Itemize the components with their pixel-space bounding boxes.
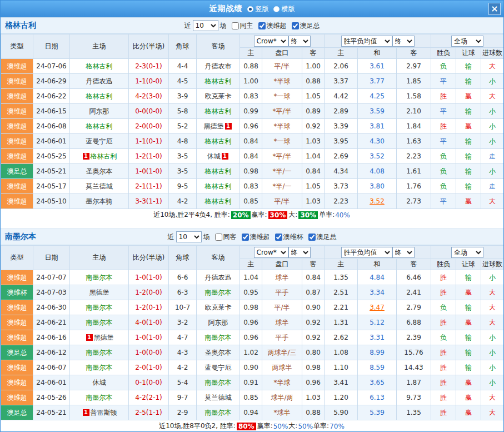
home-team[interactable]: 格林古利	[86, 62, 113, 70]
home-team[interactable]: 蓝曼宁厄	[86, 137, 113, 145]
home-team[interactable]: 南墨尔本	[86, 349, 113, 356]
avg-home-odds: 2.51	[325, 285, 358, 300]
home-team[interactable]: 格林古利	[86, 92, 113, 100]
away-team[interactable]: 南墨尔本	[205, 379, 232, 386]
filter-checkbox[interactable]: 澳维杯	[275, 232, 303, 242]
home-team[interactable]: 南墨尔本	[86, 394, 113, 401]
home-team[interactable]: 南墨尔本	[86, 364, 113, 371]
away-team[interactable]: 格林古利	[205, 182, 232, 190]
away-team[interactable]: 格林古利	[205, 137, 232, 145]
home-team-cell: 格林古利	[70, 59, 129, 74]
column-header: 日期	[33, 246, 70, 270]
avg-type-select[interactable]: 胜平负均值	[341, 36, 392, 47]
away-team[interactable]: 休城	[207, 152, 221, 160]
home-odds: 0.85	[240, 390, 262, 405]
goals-result: 小	[481, 104, 504, 119]
match-row: 澳维超24-05-10墨尔本骑3-3(1-1)4-2格林古利0.85平/半1.0…	[1, 194, 504, 209]
away-team[interactable]: 格林古利	[205, 77, 232, 85]
filter-checkbox-input[interactable]	[292, 22, 299, 29]
close-button[interactable]: ×	[488, 3, 501, 15]
home-team[interactable]: 丹德农迅	[86, 77, 113, 85]
filter-checkbox[interactable]: 澳足总	[308, 232, 337, 242]
league-type-badge: 澳维超	[1, 330, 33, 345]
bookmaker-select[interactable]: Crow*	[254, 247, 288, 258]
filter-checkbox-label: 同客	[223, 232, 237, 242]
handicap-line: *半/一	[262, 179, 302, 194]
away-team[interactable]: 丹德农市	[205, 62, 232, 70]
avg-home-odds: 2.62	[325, 330, 358, 345]
wdl-result: 负	[431, 179, 456, 194]
home-team[interactable]: 莫兰德城	[86, 182, 113, 190]
home-team[interactable]: 黑德堡	[89, 289, 109, 296]
filter-checkbox-input[interactable]	[215, 234, 222, 241]
odds-stage-select[interactable]: 终	[288, 36, 311, 47]
filter-checkbox[interactable]: 澳维超	[258, 21, 287, 31]
home-team[interactable]: 南墨尔本	[86, 304, 113, 311]
corner-score: 2-9	[169, 405, 197, 420]
filter-checkbox[interactable]: 同主	[232, 21, 253, 31]
away-odds: 1.03	[302, 134, 325, 149]
home-team[interactable]: 南墨尔本	[86, 274, 113, 281]
away-team[interactable]: 南墨尔本	[205, 289, 232, 296]
avg-home-odds: 2.69	[325, 149, 358, 164]
away-team-cell: 格林古利	[197, 134, 240, 149]
away-team-cell: 南墨尔本	[197, 375, 240, 390]
filter-checkbox-input[interactable]	[308, 234, 316, 241]
avg-home-odds: 1.31	[325, 315, 358, 330]
corner-score: 4-5	[169, 74, 197, 89]
away-team[interactable]: 南墨尔本	[205, 409, 232, 416]
away-team[interactable]: 格林古利	[205, 107, 232, 115]
avg-away-odds: 1.76	[397, 179, 431, 194]
home-team[interactable]: 普雷斯顿	[91, 409, 117, 416]
column-subheader: 让球	[456, 259, 481, 270]
red-card-badge: 1	[83, 153, 89, 160]
home-odds: 0.88	[240, 59, 262, 74]
filter-checkbox[interactable]: 澳维超	[242, 232, 270, 242]
match-date: 24-06-08	[33, 119, 70, 134]
home-team[interactable]: 格林古利	[91, 152, 117, 160]
away-team[interactable]: 丹德农迅	[205, 274, 232, 281]
home-team[interactable]: 休城	[93, 379, 106, 386]
bookmaker-odds-group-header: Crow*终	[240, 246, 325, 259]
home-team[interactable]: 格林古利	[86, 122, 113, 130]
odds-stage-select[interactable]: 终	[288, 247, 311, 258]
filter-checkbox-input[interactable]	[232, 22, 239, 29]
avg-type-select[interactable]: 胜平负均值	[341, 247, 392, 258]
away-team[interactable]: 欧克莱卡	[205, 92, 232, 100]
filter-checkbox-input[interactable]	[258, 22, 266, 29]
scope-select[interactable]: 全场	[451, 247, 483, 258]
home-team[interactable]: 墨尔本骑	[86, 197, 113, 205]
filter-checkbox-input[interactable]	[242, 234, 249, 241]
match-score: 1-0(1-0)	[129, 330, 169, 345]
bookmaker-select[interactable]: Crow*	[254, 36, 288, 47]
away-team[interactable]: 莫兰德城	[205, 394, 232, 401]
away-team[interactable]: 欧克莱卡	[205, 304, 232, 311]
match-count-select[interactable]: 10	[176, 231, 202, 242]
layout-radio-vertical[interactable]: 竖版	[247, 4, 269, 14]
avg-stage-select[interactable]: 终	[392, 247, 415, 258]
home-team[interactable]: 圣奥尔本	[86, 167, 113, 175]
home-team[interactable]: 黑德堡	[94, 334, 114, 341]
home-team-cell: 蓝曼宁厄	[70, 134, 129, 149]
match-count-select[interactable]: 10	[193, 20, 218, 31]
home-team-cell: 丹德农迅	[70, 74, 129, 89]
filter-checkbox[interactable]: 澳足总	[292, 21, 320, 31]
away-team[interactable]: 阿东那	[208, 319, 228, 326]
match-row: 澳维超24-05-26南墨尔本4-2(2-1)9-7莫兰德城0.85球半/两1.…	[1, 390, 504, 405]
home-team[interactable]: 南墨尔本	[86, 319, 113, 326]
away-team[interactable]: 蓝曼宁厄	[205, 364, 232, 371]
away-team[interactable]: 圣奥尔本	[205, 349, 232, 356]
filter-checkbox[interactable]: 同客	[215, 232, 237, 242]
away-odds: 0.90	[302, 300, 325, 315]
away-team[interactable]: 南墨尔本	[205, 334, 232, 341]
home-team[interactable]: 阿东那	[89, 107, 109, 115]
away-team[interactable]: 格林古利	[205, 167, 232, 175]
scope-select[interactable]: 全场	[451, 36, 483, 47]
avg-away-odds: 1.84	[397, 119, 431, 134]
avg-stage-select[interactable]: 终	[392, 36, 415, 47]
away-team[interactable]: 黑德堡	[204, 122, 224, 130]
layout-radio-horizontal[interactable]: 横版	[273, 4, 295, 14]
away-team[interactable]: 格林古利	[205, 197, 232, 205]
avg-away-odds: 2.23	[397, 149, 431, 164]
filter-checkbox-input[interactable]	[275, 234, 282, 241]
